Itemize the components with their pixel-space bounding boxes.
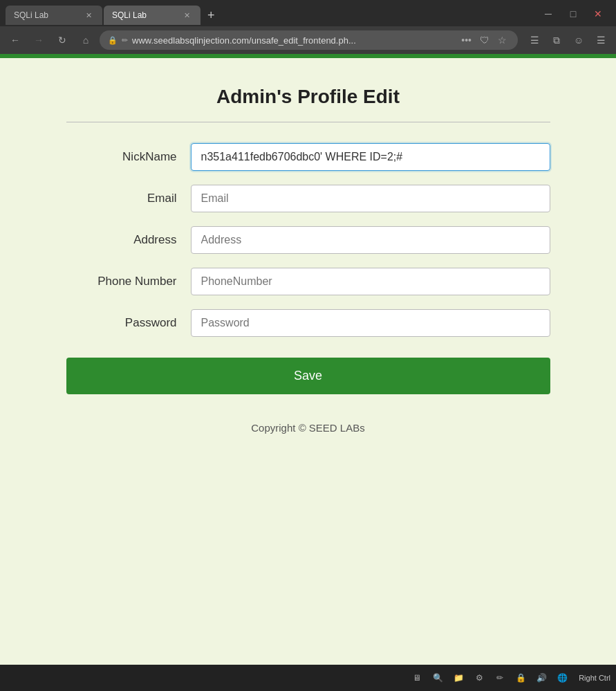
sidebar-icons: ☰ ⧉ ☺ ☰ [525, 30, 610, 50]
forward-button[interactable]: → [29, 30, 48, 50]
tab-2-label: SQLi Lab [112, 10, 147, 20]
email-input[interactable] [191, 185, 550, 212]
taskbar-icon-7[interactable]: 🔊 [533, 670, 550, 686]
address-input[interactable] [191, 226, 550, 254]
account-button[interactable]: ☺ [569, 30, 588, 50]
home-button[interactable]: ⌂ [76, 30, 95, 50]
email-row: Email [66, 185, 550, 212]
taskbar-icon-6[interactable]: 🔒 [512, 670, 529, 686]
browser-chrome: SQLi Lab ✕ SQLi Lab ✕ + ─ □ ✕ ← → ↻ ⌂ 🔒 … [0, 0, 616, 54]
form-container: Admin's Profile Edit NickName Email Addr… [66, 86, 550, 434]
taskbar-icon-2[interactable]: 🔍 [429, 670, 446, 686]
bookmark-button[interactable]: ☆ [495, 33, 510, 47]
phone-row: Phone Number [66, 268, 550, 295]
minimize-button[interactable]: ─ [539, 4, 558, 24]
edit-icon: ✏ [122, 36, 128, 45]
nickname-row: NickName [66, 143, 550, 171]
new-tab-button[interactable]: + [202, 6, 221, 26]
maximize-button[interactable]: □ [563, 4, 583, 24]
more-options-button[interactable]: ••• [458, 33, 474, 47]
page-title: Admin's Profile Edit [66, 86, 550, 108]
tab-1-label: SQLi Lab [14, 10, 48, 20]
phone-input[interactable] [191, 268, 550, 295]
nickname-label: NickName [66, 150, 177, 164]
save-button[interactable]: Save [66, 358, 550, 394]
reading-list-button[interactable]: ☰ [525, 30, 544, 50]
page-content: Admin's Profile Edit NickName Email Addr… [0, 58, 616, 688]
taskbar: 🖥 🔍 📁 ⚙ ✏ 🔒 🔊 🌐 Right Ctrl [0, 665, 616, 691]
url-bar-container[interactable]: 🔒 ✏ ••• 🛡 ☆ [100, 30, 518, 50]
taskbar-icon-8[interactable]: 🌐 [554, 670, 570, 686]
tab-2[interactable]: SQLi Lab ✕ [104, 6, 200, 25]
taskbar-icon-5[interactable]: ✏ [492, 670, 508, 686]
reload-button[interactable]: ↻ [53, 30, 72, 50]
taskbar-icon-3[interactable]: 📁 [450, 670, 467, 686]
address-label: Address [66, 233, 177, 247]
back-button[interactable]: ← [6, 30, 25, 50]
email-label: Email [66, 192, 177, 205]
nickname-input[interactable] [191, 143, 550, 171]
menu-button[interactable]: ☰ [591, 30, 610, 50]
tab-1-close[interactable]: ✕ [83, 10, 94, 21]
tab-1[interactable]: SQLi Lab ✕ [6, 6, 102, 25]
password-label: Password [66, 316, 177, 330]
url-input[interactable] [132, 35, 454, 46]
password-input[interactable] [191, 309, 550, 337]
tab-2-close[interactable]: ✕ [181, 10, 192, 21]
phone-label: Phone Number [66, 275, 177, 288]
shield-button[interactable]: 🛡 [477, 33, 492, 47]
security-icon: 🔒 [108, 36, 118, 45]
copyright-text: Copyright © SEED LABs [66, 422, 550, 434]
tab-view-button[interactable]: ⧉ [547, 30, 566, 50]
form-divider [66, 122, 550, 122]
tab-bar: SQLi Lab ✕ SQLi Lab ✕ + ─ □ ✕ [0, 0, 616, 26]
nav-bar: ← → ↻ ⌂ 🔒 ✏ ••• 🛡 ☆ ☰ ⧉ ☺ ☰ [0, 26, 616, 54]
close-window-button[interactable]: ✕ [588, 4, 608, 24]
taskbar-icon-4[interactable]: ⚙ [471, 670, 487, 686]
taskbar-icon-1[interactable]: 🖥 [409, 670, 425, 686]
address-row: Address [66, 226, 550, 254]
password-row: Password [66, 309, 550, 337]
url-bar-actions: ••• 🛡 ☆ [458, 33, 510, 47]
taskbar-hint: Right Ctrl [579, 674, 610, 682]
